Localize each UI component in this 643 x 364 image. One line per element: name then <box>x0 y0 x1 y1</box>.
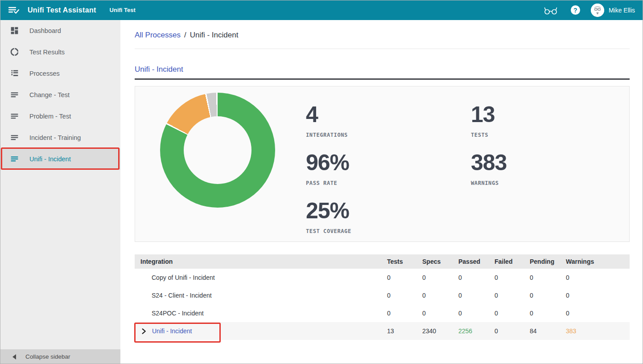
summary-donut-chart <box>160 93 275 208</box>
collapse-arrow-icon <box>12 354 16 360</box>
app-subtitle: Unifi Test <box>110 7 136 13</box>
title-underline <box>135 78 630 80</box>
sidebar-item-label: Unifi - Incident <box>29 155 71 163</box>
expand-chevron-icon[interactable] <box>140 328 147 335</box>
summary-stats: 4 INTEGRATIONS 13 TESTS 96% PASS RATE 38… <box>306 103 507 248</box>
cell-specs: 2340 <box>422 327 458 335</box>
menu-check-icon[interactable] <box>8 5 20 15</box>
avatar <box>591 4 604 17</box>
sidebar-item-change-test[interactable]: Change - Test <box>0 84 120 106</box>
table-header: Integration Tests Specs Passed Failed Pe… <box>135 254 630 269</box>
sidebar: Dashboard Test Results Processes Change … <box>0 20 120 364</box>
cell-pending: 0 <box>530 310 566 317</box>
integration-name: Copy of Unifi - Incident <box>135 274 387 281</box>
stat-value: 13 <box>471 103 507 126</box>
sidebar-item-label: Problem - Test <box>29 113 71 120</box>
glasses-icon[interactable] <box>543 5 558 16</box>
stat-integrations: 4 INTEGRATIONS <box>306 103 471 151</box>
cell-failed: 0 <box>495 292 530 299</box>
sidebar-item-processes[interactable]: Processes <box>0 63 120 84</box>
app-title: Unifi Test Assistant <box>28 6 96 14</box>
integration-name: S24POC - Incident <box>135 310 387 317</box>
sidebar-spacer <box>0 170 120 349</box>
user-name: Mike Ellis <box>609 7 635 14</box>
cell-specs: 0 <box>422 310 458 317</box>
column-header-specs: Specs <box>422 258 458 265</box>
sidebar-item-unifi-incident[interactable]: Unifi - Incident <box>0 148 120 170</box>
summary-card: 4 INTEGRATIONS 13 TESTS 96% PASS RATE 38… <box>135 86 630 242</box>
user-menu[interactable]: Mike Ellis <box>591 4 635 17</box>
sidebar-item-dashboard[interactable]: Dashboard <box>0 20 120 41</box>
sidebar-item-problem-test[interactable]: Problem - Test <box>0 106 120 127</box>
donut-chart-icon <box>10 47 20 57</box>
breadcrumb-all-processes-link[interactable]: All Processes <box>135 31 181 40</box>
sidebar-item-label: Processes <box>29 70 60 77</box>
cell-warnings: 383 <box>566 327 630 335</box>
table-row: S24 - Client - Incident 0 0 0 0 0 0 <box>135 286 630 304</box>
cell-specs: 0 <box>422 292 458 299</box>
table-row: Copy of Unifi - Incident 0 0 0 0 0 0 <box>135 269 630 286</box>
column-header-integration: Integration <box>135 258 387 265</box>
integration-name: S24 - Client - Incident <box>135 292 387 299</box>
help-icon[interactable]: ? <box>571 5 580 15</box>
stat-label: WARNINGS <box>471 180 507 186</box>
sidebar-item-label: Test Results <box>29 49 65 56</box>
cell-pending: 84 <box>530 327 566 335</box>
stat-warnings: 383 WARNINGS <box>471 151 507 200</box>
column-header-failed: Failed <box>495 258 530 265</box>
list-icon <box>10 69 20 78</box>
sidebar-item-test-results[interactable]: Test Results <box>0 41 120 63</box>
breadcrumb-separator: / <box>184 31 186 40</box>
column-header-pending: Pending <box>530 258 566 265</box>
cell-passed: 0 <box>458 310 495 317</box>
help-glyph: ? <box>573 7 577 14</box>
sidebar-item-label: Change - Test <box>29 91 70 98</box>
cell-pending: 0 <box>530 274 566 281</box>
breadcrumb-current: Unifi - Incident <box>190 31 239 40</box>
table-row-unifi-incident: Unifi - Incident 13 2340 2256 0 84 383 <box>135 322 630 340</box>
table-row: S24POC - Incident 0 0 0 0 0 0 <box>135 304 630 322</box>
stat-test-coverage: 25% TEST COVERAGE <box>306 200 471 248</box>
stat-label: TEST COVERAGE <box>306 228 471 234</box>
sidebar-item-label: Incident - Training <box>29 134 81 141</box>
cell-specs: 0 <box>422 274 458 281</box>
cell-failed: 0 <box>495 327 530 335</box>
column-header-passed: Passed <box>458 258 495 265</box>
dashboard-icon <box>10 26 20 36</box>
integration-name: Unifi - Incident <box>135 327 387 335</box>
cell-tests: 0 <box>387 310 422 317</box>
lines-icon <box>10 111 20 121</box>
stat-tests: 13 TESTS <box>471 103 507 151</box>
column-header-tests: Tests <box>387 258 422 265</box>
stat-label: PASS RATE <box>306 180 471 186</box>
topbar: Unifi Test Assistant Unifi Test ? Mike E… <box>0 0 643 20</box>
cell-warnings: 0 <box>566 292 630 299</box>
page-title: Unifi - Incident <box>135 65 630 74</box>
cell-passed: 0 <box>458 292 495 299</box>
cell-tests: 13 <box>387 327 422 335</box>
stat-label: INTEGRATIONS <box>306 132 471 138</box>
integration-table: Integration Tests Specs Passed Failed Pe… <box>135 254 630 340</box>
cell-warnings: 0 <box>566 274 630 281</box>
stat-value: 383 <box>471 151 507 174</box>
cell-passed: 0 <box>458 274 495 281</box>
stat-value: 25% <box>306 200 471 222</box>
stat-label: TESTS <box>471 132 507 138</box>
stat-pass-rate: 96% PASS RATE <box>306 151 471 200</box>
integration-link[interactable]: Unifi - Incident <box>152 327 192 335</box>
sidebar-item-incident-training[interactable]: Incident - Training <box>0 127 120 148</box>
column-header-warnings: Warnings <box>566 258 630 265</box>
cell-pending: 0 <box>530 292 566 299</box>
donut-hole <box>184 116 251 184</box>
lines-icon <box>10 90 20 100</box>
cell-tests: 0 <box>387 274 422 281</box>
collapse-sidebar-button[interactable]: Collapse sidebar <box>0 349 120 364</box>
sidebar-item-label: Dashboard <box>29 27 61 34</box>
stat-value: 4 <box>306 103 471 126</box>
cell-failed: 0 <box>495 274 530 281</box>
collapse-label: Collapse sidebar <box>25 353 70 360</box>
cell-warnings: 0 <box>566 310 630 317</box>
cell-passed: 2256 <box>458 327 495 335</box>
cell-tests: 0 <box>387 292 422 299</box>
main-content: All Processes / Unifi - Incident Unifi -… <box>120 20 643 364</box>
